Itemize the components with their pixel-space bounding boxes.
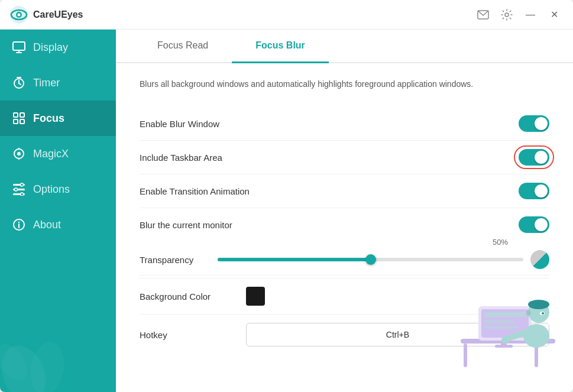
about-icon	[12, 218, 26, 232]
content-area: Focus Read Focus Blur Blurs all backgrou…	[116, 30, 573, 392]
minimize-icon: —	[526, 9, 535, 20]
svg-point-26	[21, 193, 24, 196]
eye-icon	[9, 5, 28, 24]
main-content: Display Timer	[0, 30, 573, 392]
hotkey-label: Hotkey	[140, 330, 234, 340]
svg-rect-14	[20, 113, 24, 117]
blur-current-monitor-label: Blur the current monitor	[140, 220, 232, 230]
svg-point-24	[21, 183, 24, 186]
background-color-row: Background Color	[140, 278, 549, 315]
options-icon	[12, 182, 26, 196]
title-bar: CareUEyes — ✕	[0, 0, 573, 30]
app-logo: CareUEyes	[9, 5, 83, 24]
hotkey-clear-button[interactable]	[532, 329, 544, 341]
transparency-label: Transparency	[140, 255, 211, 265]
hotkey-value: Ctrl+B	[386, 330, 409, 339]
svg-point-25	[15, 188, 18, 191]
hotkey-row: Hotkey Ctrl+B	[140, 315, 549, 355]
display-icon	[12, 40, 26, 54]
include-taskbar-area-label: Include Taskbar Area	[140, 153, 222, 163]
sidebar-label-options: Options	[33, 183, 70, 196]
sidebar-item-timer[interactable]: Timer	[0, 65, 116, 101]
title-bar-actions: — ✕	[474, 5, 564, 24]
app-window: CareUEyes — ✕	[0, 0, 573, 392]
svg-point-18	[17, 152, 21, 155]
sidebar-item-display[interactable]: Display	[0, 30, 116, 65]
tab-focus-read[interactable]: Focus Read	[134, 30, 232, 63]
svg-rect-6	[13, 42, 25, 50]
sidebar-label-magicx: MagicX	[33, 148, 69, 160]
include-taskbar-area-toggle-wrapper	[519, 149, 549, 166]
tab-focus-blur[interactable]: Focus Blur	[232, 30, 329, 63]
mail-button[interactable]	[474, 5, 493, 24]
setting-row-blur-current-monitor: Blur the current monitor 50%	[140, 208, 549, 278]
sidebar-label-timer: Timer	[33, 77, 60, 89]
blur-current-monitor-toggle[interactable]	[519, 216, 549, 233]
enable-transition-animation-label: Enable Transition Animation	[140, 186, 250, 196]
svg-point-31	[27, 339, 69, 392]
enable-blur-window-toggle[interactable]	[519, 115, 549, 132]
minimize-button[interactable]: —	[521, 5, 540, 24]
sidebar-item-options[interactable]: Options	[0, 171, 116, 207]
transparency-slider[interactable]	[218, 258, 523, 261]
settings-content: Blurs all background windows and automat…	[116, 63, 573, 392]
enable-blur-window-label: Enable Blur Window	[140, 119, 219, 129]
setting-row-include-taskbar-area: Include Taskbar Area	[140, 141, 549, 174]
svg-point-5	[505, 13, 509, 17]
transparency-icon	[530, 250, 549, 269]
close-icon: ✕	[551, 9, 558, 20]
background-color-swatch[interactable]	[246, 287, 265, 306]
close-button[interactable]: ✕	[545, 5, 564, 24]
sidebar-item-about[interactable]: About	[0, 207, 116, 242]
magicx-icon	[12, 147, 26, 161]
svg-point-3	[18, 13, 21, 16]
svg-point-29	[18, 222, 20, 223]
enable-transition-animation-toggle[interactable]	[519, 183, 549, 199]
background-color-label: Background Color	[140, 291, 234, 302]
svg-rect-15	[14, 119, 18, 124]
tabs: Focus Read Focus Blur	[116, 30, 573, 63]
timer-icon	[12, 76, 26, 90]
svg-rect-13	[14, 113, 18, 117]
hotkey-input[interactable]: Ctrl+B	[246, 323, 549, 346]
sidebar-item-focus[interactable]: Focus	[0, 101, 116, 136]
setting-row-enable-blur-window: Enable Blur Window	[140, 107, 549, 141]
svg-rect-16	[20, 119, 24, 124]
sidebar-label-focus: Focus	[33, 112, 64, 125]
sidebar-label-display: Display	[33, 41, 68, 54]
transparency-percent: 50%	[493, 238, 508, 247]
setting-row-enable-transition-animation: Enable Transition Animation	[140, 174, 549, 208]
sidebar-item-magicx[interactable]: MagicX	[0, 136, 116, 171]
focus-icon	[12, 111, 26, 125]
transparency-section: 50% Transparency	[140, 235, 549, 276]
sidebar-label-about: About	[33, 219, 61, 231]
description: Blurs all background windows and automat…	[140, 77, 549, 90]
include-taskbar-area-toggle[interactable]	[519, 149, 549, 166]
sidebar: Display Timer	[0, 30, 116, 392]
gear-icon	[501, 9, 513, 21]
app-title: CareUEyes	[33, 9, 83, 20]
settings-button[interactable]	[497, 5, 516, 24]
svg-line-11	[19, 83, 21, 85]
mail-icon	[477, 10, 489, 20]
sidebar-decoration	[0, 297, 116, 392]
transparency-row: Transparency	[140, 250, 549, 269]
